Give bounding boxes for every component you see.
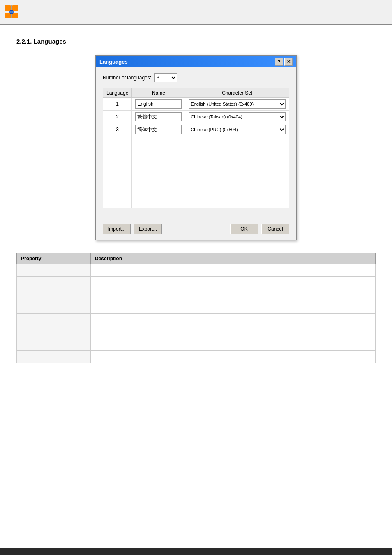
empty-row bbox=[103, 172, 289, 181]
lang-name-2 bbox=[132, 111, 185, 123]
dialog-title-bar: Languages ? ✕ bbox=[96, 56, 296, 67]
lang-row-2: 2 Chinese (Taiwan) (0x404) bbox=[103, 111, 289, 123]
empty-row bbox=[103, 199, 289, 208]
prop-row bbox=[17, 277, 376, 289]
footer-left: Import... Export... bbox=[103, 224, 162, 234]
prop-row bbox=[17, 264, 376, 277]
cancel-button[interactable]: Cancel bbox=[261, 224, 289, 234]
languages-dialog: Languages ? ✕ Number of languages: 3 1 2… bbox=[95, 55, 297, 240]
empty-row bbox=[103, 190, 289, 199]
desc-cell bbox=[91, 277, 376, 289]
desc-cell bbox=[91, 326, 376, 338]
svg-rect-1 bbox=[12, 5, 18, 11]
desc-cell bbox=[91, 351, 376, 363]
desc-cell bbox=[91, 301, 376, 314]
lang-name-1 bbox=[132, 98, 185, 111]
lang-index-3: 3 bbox=[103, 123, 132, 136]
prop-row bbox=[17, 301, 376, 314]
prop-cell bbox=[17, 264, 91, 277]
desc-cell bbox=[91, 338, 376, 351]
prop-row bbox=[17, 314, 376, 326]
lang-name-input-2[interactable] bbox=[135, 112, 182, 121]
prop-row bbox=[17, 289, 376, 301]
top-bar bbox=[0, 0, 392, 25]
prop-col-property: Property bbox=[17, 253, 91, 264]
prop-cell bbox=[17, 338, 91, 351]
lang-charset-select-1[interactable]: English (United States) (0x409) bbox=[189, 99, 286, 109]
empty-row bbox=[103, 136, 289, 145]
desc-cell bbox=[91, 314, 376, 326]
svg-rect-3 bbox=[12, 13, 18, 18]
empty-row bbox=[103, 181, 289, 190]
prop-cell bbox=[17, 277, 91, 289]
lang-charset-2: Chinese (Taiwan) (0x404) bbox=[185, 111, 289, 123]
empty-row bbox=[103, 154, 289, 163]
col-language: Language bbox=[103, 88, 132, 98]
col-name: Name bbox=[132, 88, 185, 98]
property-table: Property Description bbox=[16, 253, 376, 363]
dialog-body: Number of languages: 3 1 2 4 5 Language bbox=[96, 67, 296, 220]
lang-charset-select-2[interactable]: Chinese (Taiwan) (0x404) bbox=[189, 112, 286, 121]
dialog-footer: Import... Export... OK Cancel bbox=[96, 220, 296, 240]
lang-index-2: 2 bbox=[103, 111, 132, 123]
prop-cell bbox=[17, 314, 91, 326]
prop-col-description: Description bbox=[91, 253, 376, 264]
import-button[interactable]: Import... bbox=[103, 224, 131, 234]
close-button[interactable]: ✕ bbox=[284, 58, 293, 66]
lang-row-3: 3 Chinese (PRC) (0x804) bbox=[103, 123, 289, 136]
lang-charset-1: English (United States) (0x409) bbox=[185, 98, 289, 111]
prop-cell bbox=[17, 351, 91, 363]
svg-rect-0 bbox=[5, 5, 11, 11]
lang-charset-select-3[interactable]: Chinese (PRC) (0x804) bbox=[189, 125, 286, 134]
ok-button[interactable]: OK bbox=[230, 224, 258, 234]
desc-cell bbox=[91, 289, 376, 301]
dialog-title-buttons: ? ✕ bbox=[275, 58, 293, 66]
num-languages-select[interactable]: 3 1 2 4 5 bbox=[154, 73, 177, 82]
prop-cell bbox=[17, 289, 91, 301]
empty-row bbox=[103, 145, 289, 154]
prop-cell bbox=[17, 326, 91, 338]
lang-charset-3: Chinese (PRC) (0x804) bbox=[185, 123, 289, 136]
prop-row bbox=[17, 351, 376, 363]
dialog-title: Languages bbox=[99, 59, 128, 65]
desc-cell bbox=[91, 264, 376, 277]
num-languages-row: Number of languages: 3 1 2 4 5 bbox=[103, 73, 289, 82]
app-icon bbox=[4, 5, 19, 19]
lang-name-3 bbox=[132, 123, 185, 136]
svg-rect-2 bbox=[5, 13, 11, 18]
language-table: Language Name Character Set 1 bbox=[103, 88, 289, 208]
prop-row bbox=[17, 338, 376, 351]
empty-row bbox=[103, 163, 289, 172]
bottom-bar bbox=[0, 548, 392, 555]
lang-name-input-1[interactable] bbox=[135, 99, 182, 109]
lang-index-1: 1 bbox=[103, 98, 132, 111]
export-button[interactable]: Export... bbox=[134, 224, 162, 234]
num-languages-label: Number of languages: bbox=[103, 75, 151, 81]
main-content: 2.2.1. Languages Languages ? ✕ Number of… bbox=[0, 25, 392, 375]
lang-name-input-3[interactable] bbox=[135, 125, 182, 134]
lang-row-1: 1 English (United States) (0x409) bbox=[103, 98, 289, 111]
dialog-wrapper: Languages ? ✕ Number of languages: 3 1 2… bbox=[16, 55, 376, 240]
prop-row bbox=[17, 326, 376, 338]
section-title: 2.2.1. Languages bbox=[16, 38, 376, 45]
prop-cell bbox=[17, 301, 91, 314]
col-charset: Character Set bbox=[185, 88, 289, 98]
help-button[interactable]: ? bbox=[275, 58, 283, 66]
footer-right: OK Cancel bbox=[230, 224, 289, 234]
